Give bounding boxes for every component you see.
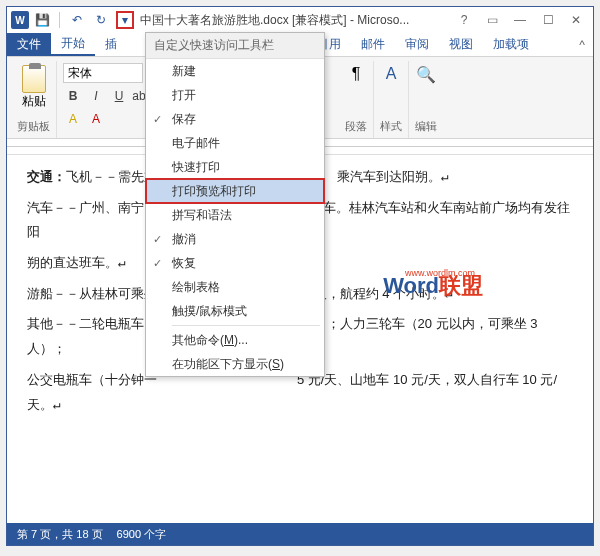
status-page[interactable]: 第 7 页，共 18 页	[17, 527, 103, 542]
menu-item[interactable]: 打印预览和打印	[146, 179, 324, 203]
menu-item[interactable]: 打开	[146, 83, 324, 107]
menu-item[interactable]: 拼写和语法	[146, 203, 324, 227]
menu-show-below[interactable]: 在功能区下方显示(S)	[146, 352, 324, 376]
highlight-button[interactable]: A	[63, 109, 83, 129]
group-editing: 🔍 编辑	[409, 61, 443, 138]
tab-review[interactable]: 审阅	[395, 33, 439, 56]
paste-button[interactable]: 粘贴	[18, 63, 50, 112]
editing-label: 编辑	[415, 119, 437, 136]
paragraph-label: 段落	[345, 119, 367, 136]
group-styles: A 样式	[374, 61, 409, 138]
tab-file[interactable]: 文件	[7, 33, 51, 56]
save-icon[interactable]: 💾	[33, 11, 51, 29]
tab-view[interactable]: 视图	[439, 33, 483, 56]
font-color-button[interactable]: A	[86, 109, 106, 129]
menu-item[interactable]: ✓撤消	[146, 227, 324, 251]
paste-icon	[22, 65, 46, 93]
doc-label: 交通：	[27, 169, 66, 184]
watermark-url: www.wordlm.com	[405, 265, 475, 282]
clipboard-label: 剪贴板	[17, 119, 50, 136]
app-icon: W	[11, 11, 29, 29]
menu-item[interactable]: 快速打印	[146, 155, 324, 179]
titlebar: W 💾 ↶ ↻ ▾ 中国十大著名旅游胜地.docx [兼容模式] - Micro…	[7, 7, 593, 33]
close-icon[interactable]: ✕	[563, 10, 589, 30]
maximize-icon[interactable]: ☐	[535, 10, 561, 30]
collapse-ribbon-icon[interactable]: ^	[571, 33, 593, 56]
qat-dropdown-icon[interactable]: ▾	[116, 11, 134, 29]
tab-insert[interactable]: 插	[95, 33, 127, 56]
tab-mail[interactable]: 邮件	[351, 33, 395, 56]
window-title: 中国十大著名旅游胜地.docx [兼容模式] - Microso...	[134, 12, 451, 29]
minimize-icon[interactable]: ―	[507, 10, 533, 30]
menu-item[interactable]: ✓恢复	[146, 251, 324, 275]
menu-item[interactable]: ✓保存	[146, 107, 324, 131]
status-words[interactable]: 6900 个字	[117, 527, 167, 542]
paragraph-icon[interactable]: ¶	[345, 63, 367, 85]
menu-item[interactable]: 电子邮件	[146, 131, 324, 155]
menu-header: 自定义快速访问工具栏	[146, 33, 324, 59]
styles-icon[interactable]: A	[380, 63, 402, 85]
find-icon[interactable]: 🔍	[415, 63, 437, 85]
group-font: 宋体 B I U abc A A	[57, 61, 159, 138]
font-name-select[interactable]: 宋体	[63, 63, 143, 83]
quick-access-toolbar: 💾 ↶ ↻ ▾	[33, 11, 134, 29]
italic-button[interactable]: I	[86, 86, 106, 106]
bold-button[interactable]: B	[63, 86, 83, 106]
styles-label: 样式	[380, 119, 402, 136]
group-paragraph: ¶ 段落	[339, 61, 374, 138]
group-clipboard: 粘贴 剪贴板	[11, 61, 57, 138]
undo-icon[interactable]: ↶	[68, 11, 86, 29]
menu-item[interactable]: 新建	[146, 59, 324, 83]
tab-addins[interactable]: 加载项	[483, 33, 539, 56]
paste-label: 粘贴	[22, 93, 46, 110]
ribbon-options-icon[interactable]: ▭	[479, 10, 505, 30]
tab-home[interactable]: 开始	[51, 33, 95, 56]
underline-button[interactable]: U	[109, 86, 129, 106]
redo-icon[interactable]: ↻	[92, 11, 110, 29]
help-icon[interactable]: ?	[451, 10, 477, 30]
menu-more-commands[interactable]: 其他命令(M)...	[146, 328, 324, 352]
menu-item[interactable]: 触摸/鼠标模式	[146, 299, 324, 323]
menu-item[interactable]: 绘制表格	[146, 275, 324, 299]
qat-customize-menu: 自定义快速访问工具栏 新建打开✓保存电子邮件快速打印打印预览和打印拼写和语法✓撤…	[145, 32, 325, 377]
statusbar: 第 7 页，共 18 页 6900 个字	[7, 523, 593, 545]
